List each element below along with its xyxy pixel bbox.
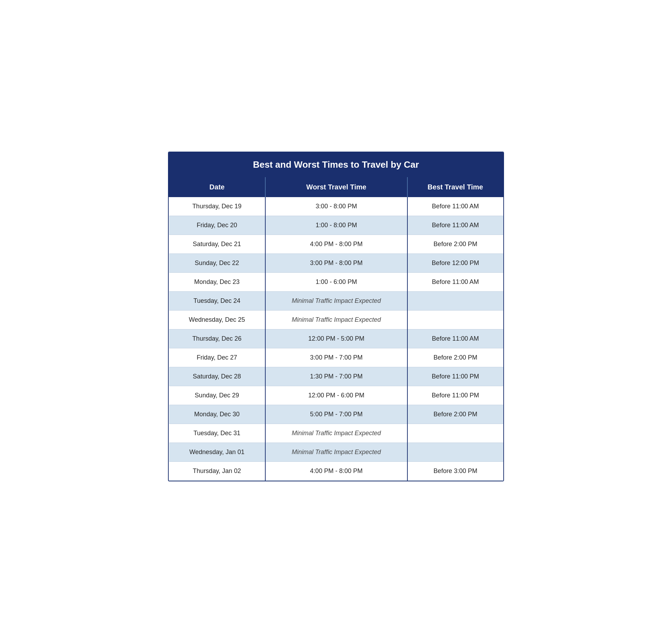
cell-date: Tuesday, Dec 31 <box>169 424 265 443</box>
table-row: Friday, Dec 273:00 PM - 7:00 PMBefore 2:… <box>169 348 503 367</box>
col-header-date: Date <box>169 178 265 197</box>
table-row: Monday, Dec 231:00 - 6:00 PMBefore 11:00… <box>169 273 503 292</box>
cell-worst: 1:00 - 8:00 PM <box>265 216 407 235</box>
cell-date: Thursday, Dec 26 <box>169 329 265 348</box>
cell-worst: 1:00 - 6:00 PM <box>265 273 407 292</box>
table-row: Tuesday, Dec 31Minimal Traffic Impact Ex… <box>169 424 503 443</box>
cell-best: Before 12:00 PM <box>407 254 503 273</box>
travel-times-table: Best and Worst Times to Travel by Car Da… <box>168 152 504 481</box>
cell-worst: Minimal Traffic Impact Expected <box>265 292 407 311</box>
cell-worst: Minimal Traffic Impact Expected <box>265 424 407 443</box>
cell-worst: 3:00 - 8:00 PM <box>265 197 407 216</box>
cell-worst: 3:00 PM - 8:00 PM <box>265 254 407 273</box>
cell-worst: 4:00 PM - 8:00 PM <box>265 462 407 481</box>
cell-best: Before 11:00 AM <box>407 273 503 292</box>
col-header-worst: Worst Travel Time <box>265 178 407 197</box>
cell-best: Before 11:00 AM <box>407 216 503 235</box>
table-row: Monday, Dec 305:00 PM - 7:00 PMBefore 2:… <box>169 405 503 424</box>
cell-date: Thursday, Jan 02 <box>169 462 265 481</box>
cell-best <box>407 424 503 443</box>
cell-best <box>407 292 503 311</box>
cell-date: Sunday, Dec 22 <box>169 254 265 273</box>
cell-best: Before 11:00 PM <box>407 367 503 386</box>
table-row: Tuesday, Dec 24Minimal Traffic Impact Ex… <box>169 292 503 311</box>
table-header-row: Date Worst Travel Time Best Travel Time <box>169 178 503 197</box>
cell-date: Thursday, Dec 19 <box>169 197 265 216</box>
table-row: Saturday, Dec 281:30 PM - 7:00 PMBefore … <box>169 367 503 386</box>
table-row: Sunday, Dec 2912:00 PM - 6:00 PMBefore 1… <box>169 386 503 405</box>
cell-date: Monday, Dec 30 <box>169 405 265 424</box>
cell-best: Before 2:00 PM <box>407 348 503 367</box>
cell-worst: 12:00 PM - 5:00 PM <box>265 329 407 348</box>
cell-date: Friday, Dec 20 <box>169 216 265 235</box>
cell-best: Before 2:00 PM <box>407 405 503 424</box>
table-row: Friday, Dec 201:00 - 8:00 PMBefore 11:00… <box>169 216 503 235</box>
table-row: Wednesday, Jan 01Minimal Traffic Impact … <box>169 443 503 462</box>
cell-best <box>407 443 503 462</box>
table-row: Wednesday, Dec 25Minimal Traffic Impact … <box>169 311 503 329</box>
table-row: Sunday, Dec 223:00 PM - 8:00 PMBefore 12… <box>169 254 503 273</box>
cell-date: Friday, Dec 27 <box>169 348 265 367</box>
table-title: Best and Worst Times to Travel by Car <box>169 152 503 177</box>
cell-worst: 4:00 PM - 8:00 PM <box>265 235 407 254</box>
cell-best: Before 11:00 PM <box>407 386 503 405</box>
cell-best: Before 3:00 PM <box>407 462 503 481</box>
cell-date: Saturday, Dec 21 <box>169 235 265 254</box>
cell-best <box>407 311 503 329</box>
cell-date: Tuesday, Dec 24 <box>169 292 265 311</box>
cell-date: Sunday, Dec 29 <box>169 386 265 405</box>
cell-best: Before 11:00 AM <box>407 329 503 348</box>
cell-date: Wednesday, Dec 25 <box>169 311 265 329</box>
cell-best: Before 2:00 PM <box>407 235 503 254</box>
col-header-best: Best Travel Time <box>407 178 503 197</box>
cell-date: Wednesday, Jan 01 <box>169 443 265 462</box>
cell-worst: 12:00 PM - 6:00 PM <box>265 386 407 405</box>
cell-worst: Minimal Traffic Impact Expected <box>265 443 407 462</box>
table-row: Thursday, Dec 2612:00 PM - 5:00 PMBefore… <box>169 329 503 348</box>
cell-worst: Minimal Traffic Impact Expected <box>265 311 407 329</box>
cell-worst: 5:00 PM - 7:00 PM <box>265 405 407 424</box>
cell-best: Before 11:00 AM <box>407 197 503 216</box>
table-row: Thursday, Jan 024:00 PM - 8:00 PMBefore … <box>169 462 503 481</box>
cell-date: Saturday, Dec 28 <box>169 367 265 386</box>
cell-worst: 3:00 PM - 7:00 PM <box>265 348 407 367</box>
cell-date: Monday, Dec 23 <box>169 273 265 292</box>
table-row: Saturday, Dec 214:00 PM - 8:00 PMBefore … <box>169 235 503 254</box>
table-row: Thursday, Dec 193:00 - 8:00 PMBefore 11:… <box>169 197 503 216</box>
cell-worst: 1:30 PM - 7:00 PM <box>265 367 407 386</box>
